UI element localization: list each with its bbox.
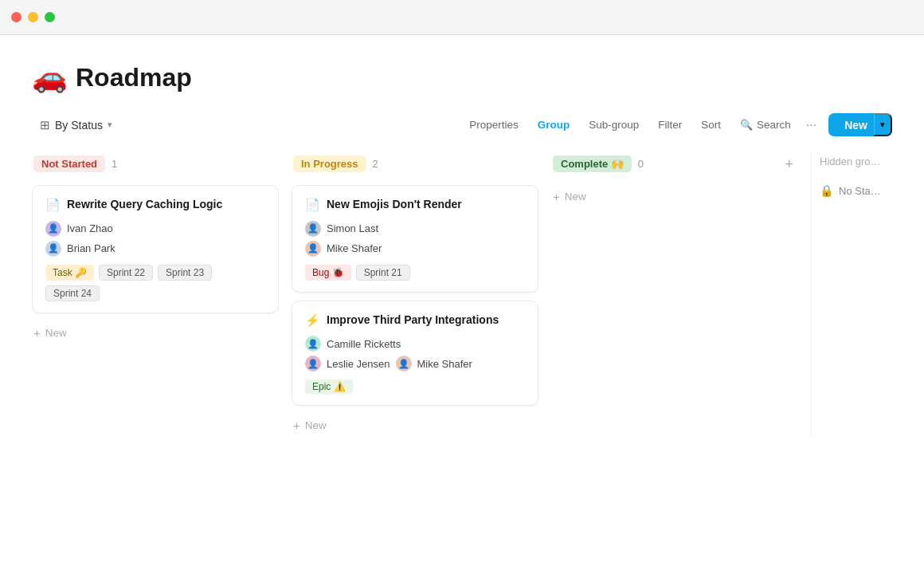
new-button-label: New (844, 119, 867, 132)
properties-button[interactable]: Properties (461, 115, 527, 135)
member-row-camille: 👤 Camille Ricketts (305, 336, 525, 352)
column-header-in-progress: In Progress 2 (292, 152, 538, 175)
column-count-not-started: 1 (112, 158, 117, 170)
avatar-ivan: 👤 (45, 221, 61, 237)
add-new-label: New (45, 327, 67, 339)
grid-icon: ⊞ (40, 118, 50, 132)
add-icon-3: + (553, 190, 560, 203)
group-button[interactable]: Group (530, 115, 578, 135)
member-name-brian: Brian Park (67, 242, 116, 254)
member-row-leslie-mike: 👤 Leslie Jensen 👤 Mike Shafer (305, 356, 525, 372)
close-button[interactable] (11, 12, 22, 22)
page-header: 🚗 Roadmap (32, 61, 892, 94)
card-members: 👤 Ivan Zhao 👤 Brian Park (45, 221, 265, 257)
member-row-ivan: 👤 Ivan Zhao (45, 221, 265, 237)
card-title-3: Improve Third Party Integrations (327, 313, 499, 328)
member-row-simon: 👤 Simon Last (305, 221, 525, 237)
more-options-button[interactable]: ··· (802, 116, 820, 134)
status-badge-in-progress: In Progress (293, 155, 366, 172)
card-title-row: 📄 Rewrite Query Caching Logic (45, 197, 265, 213)
card-emojis: 📄 New Emojis Don't Render 👤 Simon Last 👤… (292, 185, 538, 293)
tag-sprint-23: Sprint 23 (158, 265, 212, 281)
subgroup-label: Sub-group (589, 119, 639, 131)
view-label: By Status (55, 119, 103, 132)
tag-sprint-22: Sprint 22 (99, 265, 153, 281)
sort-label: Sort (701, 119, 721, 131)
card-tags-2: Bug 🐞 Sprint 21 (305, 265, 525, 281)
lock-icon: 🔒 (820, 184, 833, 197)
avatar-leslie: 👤 (305, 356, 321, 372)
new-primary-button[interactable]: New (833, 113, 874, 136)
status-badge-not-started: Not Started (33, 155, 105, 172)
toolbar: ⊞ By Status ▾ Properties Group Sub-group… (32, 113, 892, 136)
member-name-mike1: Mike Shafer (327, 242, 382, 254)
avatar-mike2: 👤 (396, 356, 412, 372)
column-header-not-started: Not Started 1 (32, 152, 279, 175)
doc-icon: 📄 (45, 198, 61, 212)
titlebar (0, 0, 924, 35)
subgroup-button[interactable]: Sub-group (581, 115, 647, 135)
view-selector-button[interactable]: ⊞ By Status ▾ (32, 114, 120, 136)
tag-bug: Bug 🐞 (305, 265, 351, 281)
column-complete: Complete 🙌 0 + + New (551, 152, 798, 437)
filter-label: Filter (658, 119, 682, 131)
hidden-group-label: Hidden gro… (820, 155, 881, 167)
tag-task: Task 🔑 (45, 265, 94, 281)
group-label: Group (538, 119, 570, 131)
member-name-mike2: Mike Shafer (417, 358, 472, 370)
card-title-row-3: ⚡ Improve Third Party Integrations (305, 313, 525, 328)
column-add-complete-button[interactable]: + (781, 157, 797, 171)
tag-sprint-21: Sprint 21 (356, 265, 410, 281)
board: Not Started 1 📄 Rewrite Query Caching Lo… (32, 152, 892, 437)
member-name-camille: Camille Ricketts (327, 338, 401, 350)
column-count-complete: 0 (638, 158, 644, 170)
avatar-mike1: 👤 (305, 241, 321, 257)
caret-icon: ▾ (880, 120, 885, 129)
card-tags: Task 🔑 Sprint 22 Sprint 23 Sprint 24 (45, 265, 265, 301)
main-content: 🚗 Roadmap ⊞ By Status ▾ Properties Group… (0, 35, 924, 437)
card-title-row-2: 📄 New Emojis Don't Render (305, 197, 525, 213)
add-icon-2: + (293, 419, 300, 432)
card-title: Rewrite Query Caching Logic (67, 197, 222, 213)
hidden-group-column: Hidden gro… 🔒 No Sta… (811, 152, 892, 437)
tag-sprint-24: Sprint 24 (45, 285, 100, 301)
avatar-simon: 👤 (305, 221, 321, 237)
sort-button[interactable]: Sort (693, 115, 729, 135)
add-new-label-2: New (305, 419, 327, 431)
member-row-brian: 👤 Brian Park (45, 241, 265, 257)
page-title: Roadmap (76, 63, 192, 92)
avatar-brian: 👤 (45, 241, 61, 257)
add-new-complete[interactable]: + New (551, 185, 798, 208)
new-button-group: New ▾ (828, 113, 892, 136)
dots-icon: ··· (806, 118, 816, 132)
avatar-camille: 👤 (305, 336, 321, 352)
new-dropdown-button[interactable]: ▾ (874, 113, 892, 136)
member-name-ivan: Ivan Zhao (67, 222, 113, 234)
hidden-group-item: 🔒 No Sta… (818, 180, 892, 201)
column-not-started: Not Started 1 📄 Rewrite Query Caching Lo… (32, 152, 279, 437)
toolbar-left: ⊞ By Status ▾ (32, 114, 461, 136)
tag-epic: Epic ⚠️ (305, 379, 353, 394)
hidden-group-item-label: No Sta… (839, 185, 881, 197)
search-button[interactable]: 🔍 Search (732, 115, 799, 135)
column-count-in-progress: 2 (373, 158, 378, 170)
page-icon: 🚗 (32, 61, 68, 94)
card-members-2: 👤 Simon Last 👤 Mike Shafer (305, 221, 525, 257)
card-tags-3: Epic ⚠️ (305, 379, 525, 394)
add-new-in-progress[interactable]: + New (292, 414, 538, 437)
minimize-button[interactable] (28, 12, 38, 22)
bolt-icon: ⚡ (305, 313, 320, 328)
search-icon: 🔍 (740, 119, 753, 131)
toolbar-right: Properties Group Sub-group Filter Sort 🔍… (461, 113, 892, 136)
search-label: Search (757, 119, 791, 131)
hidden-group-header: Hidden gro… (818, 152, 892, 171)
card-integrations: ⚡ Improve Third Party Integrations 👤 Cam… (292, 301, 538, 407)
properties-label: Properties (469, 119, 519, 131)
add-new-not-started[interactable]: + New (32, 321, 279, 344)
filter-button[interactable]: Filter (650, 115, 690, 135)
card-members-3: 👤 Camille Ricketts 👤 Leslie Jensen 👤 Mik… (305, 336, 525, 372)
card-title-2: New Emojis Don't Render (327, 197, 462, 213)
add-new-label-3: New (565, 191, 586, 202)
maximize-button[interactable] (45, 12, 55, 22)
status-badge-complete: Complete 🙌 (553, 155, 632, 172)
